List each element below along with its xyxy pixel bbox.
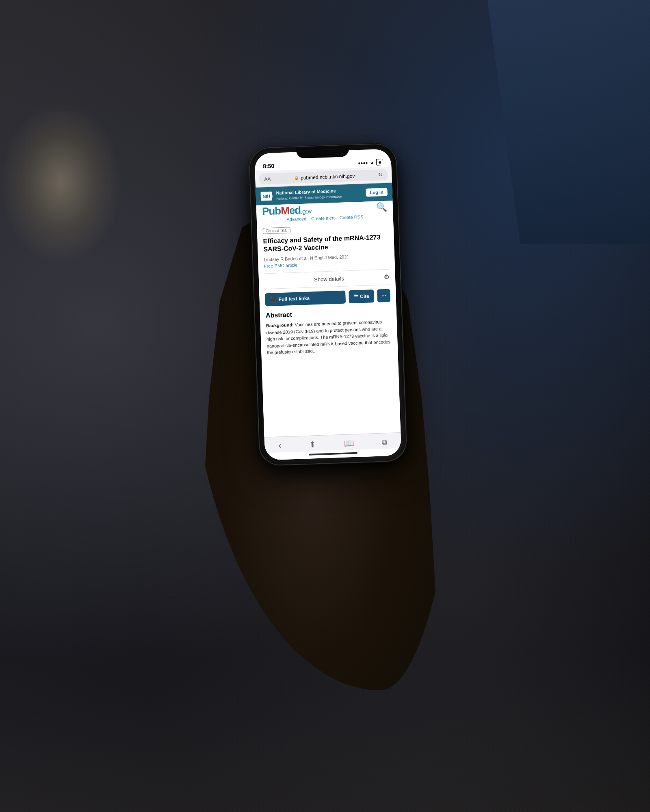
cite-icon: ❝❝ (353, 294, 358, 300)
share-icon[interactable]: ⬆ (309, 439, 316, 449)
gear-icon: ⚙ (384, 274, 390, 281)
signal-icon: ●●●● (358, 160, 368, 165)
abstract-background-label: Background: (266, 322, 294, 328)
more-button[interactable]: ··· (377, 289, 390, 302)
scene-container: 8:50 ●●●● ▲ ■ AA 🔒 pu (183, 122, 467, 690)
status-time: 8:50 (263, 162, 275, 169)
search-icon[interactable]: 🔍 (376, 202, 387, 213)
url-text: pubmed.ncbi.nlm.nih.gov (301, 173, 355, 181)
nav-create-alert[interactable]: Create alert (311, 215, 335, 221)
article-title: Efficacy and Safety of the mRNA-1273 SAR… (263, 233, 388, 254)
nih-bracket: ) (270, 192, 273, 200)
lock-icon: 🔒 (294, 175, 299, 180)
action-buttons: ⬛ Full text links ❝❝ Cite ··· (265, 289, 390, 307)
nav-advanced[interactable]: Advanced (286, 216, 306, 222)
wifi-icon: ▲ (370, 160, 374, 165)
reload-icon[interactable]: ↻ (378, 172, 383, 178)
gear-button[interactable]: ⚙ (384, 273, 390, 281)
article-authors: Lindsey R Baden et al. (264, 256, 309, 262)
url-section: 🔒 pubmed.ncbi.nlm.nih.gov (294, 173, 355, 181)
nav-create-rss[interactable]: Create RSS (339, 214, 363, 220)
pubmed-logo: PubMed.gov (262, 203, 312, 218)
phone-notch (296, 145, 349, 159)
back-icon[interactable]: ‹ (278, 440, 282, 451)
pubmed-pub: Pub (262, 205, 281, 218)
more-icon: ··· (381, 292, 386, 299)
full-text-icon: ⬛ (270, 296, 277, 303)
lamp-glow (0, 102, 122, 264)
cite-button[interactable]: ❝❝ Cite (349, 289, 375, 303)
nih-text-block: National Library of Medicine National Ce… (276, 188, 342, 201)
full-text-links-button[interactable]: ⬛ Full text links (265, 291, 346, 307)
pubmed-main: PubMed.gov 🔍 Advanced Create alert Creat… (256, 201, 401, 437)
url-bar[interactable]: AA 🔒 pubmed.ncbi.nlm.nih.gov ↻ (259, 169, 388, 185)
abstract-title: Abstract (266, 308, 391, 320)
tabs-icon[interactable]: ⧉ (381, 438, 387, 446)
aa-label[interactable]: AA (264, 176, 271, 182)
cite-label: Cite (360, 294, 369, 300)
abstract-text: Background: Vaccines are needed to preve… (266, 318, 392, 356)
article-journal: N Engl J Med. 2021. (310, 254, 351, 260)
phone-screen: 8:50 ●●●● ▲ ■ AA 🔒 pu (254, 149, 401, 460)
battery-icon: ■ (376, 159, 383, 166)
login-button[interactable]: Log in (366, 188, 388, 197)
full-text-label: Full text links (278, 296, 310, 302)
nih-org-sub: National Center for Biotechnology Inform… (276, 195, 342, 201)
status-icons: ●●●● ▲ ■ (358, 159, 383, 166)
nih-logo: NIH ) National Library of Medicine Natio… (260, 188, 342, 202)
phone-device: 8:50 ●●●● ▲ ■ AA 🔒 pu (249, 144, 407, 465)
url-bar-left: AA (264, 176, 271, 182)
show-details-text[interactable]: Show details (274, 274, 384, 284)
nih-logo-combined: NIH ) (260, 191, 273, 201)
pubmed-m: M (281, 204, 290, 217)
article-section: Clinical Trial Efficacy and Safety of th… (257, 222, 398, 356)
show-details-bar: Show details ⚙ (264, 269, 390, 289)
bookmarks-icon[interactable]: 📖 (344, 438, 354, 448)
home-indicator (309, 452, 358, 456)
article-badge: Clinical Trial (263, 227, 290, 234)
pubmed-ed: ed (289, 204, 301, 216)
pubmed-gov: .gov (301, 207, 312, 215)
